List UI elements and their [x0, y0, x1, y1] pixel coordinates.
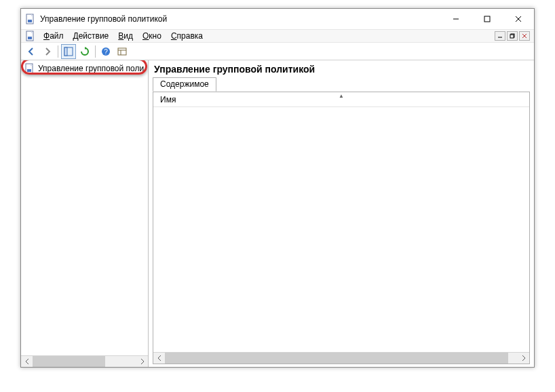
tree-pane: Управление групповой поли	[21, 60, 149, 367]
scroll-thumb[interactable]	[165, 353, 508, 364]
content-h-scrollbar[interactable]	[153, 352, 529, 364]
window-list-button[interactable]	[115, 44, 130, 59]
menu-help[interactable]: Справка	[166, 31, 208, 41]
menu-file[interactable]: Файл	[39, 31, 69, 41]
menubar: Файл Действие Вид Окно Справка	[21, 29, 534, 43]
mdi-restore-button[interactable]	[507, 31, 518, 41]
nav-back-button[interactable]	[24, 44, 39, 59]
svg-rect-21	[27, 69, 31, 72]
content-box: Имя ▲	[153, 92, 530, 364]
content-pane: Управление групповой политикой Содержимо…	[149, 60, 534, 367]
close-button[interactable]	[503, 9, 534, 29]
scroll-thumb[interactable]	[33, 356, 105, 367]
svg-rect-17	[118, 48, 126, 55]
show-hide-tree-button[interactable]	[61, 44, 76, 59]
svg-rect-14	[64, 47, 67, 56]
scroll-right-button[interactable]	[518, 353, 529, 364]
tree-h-scrollbar[interactable]	[21, 355, 148, 367]
app-icon	[25, 14, 36, 24]
svg-rect-1	[28, 20, 32, 22]
gpmc-root-icon	[24, 63, 35, 74]
help-button[interactable]: ?	[98, 44, 113, 59]
svg-text:?: ?	[104, 48, 108, 56]
column-name-label: Имя	[153, 95, 176, 104]
menu-action[interactable]: Действие	[69, 31, 114, 41]
mdi-close-button[interactable]	[519, 31, 530, 41]
toolbar-separator	[95, 45, 96, 58]
sort-ascending-icon: ▲	[339, 93, 344, 99]
minimize-button[interactable]	[440, 9, 472, 29]
tree-root-label: Управление групповой поли	[38, 64, 144, 73]
scroll-right-button[interactable]	[136, 356, 148, 367]
toolbar: ?	[21, 43, 534, 60]
content-title: Управление групповой политикой	[153, 62, 530, 77]
maximize-button[interactable]	[472, 9, 503, 29]
mdi-controls	[495, 31, 530, 41]
scroll-left-button[interactable]	[21, 356, 33, 367]
svg-rect-10	[510, 35, 514, 38]
app-window: Управление групповой политикой Файл Дейс…	[20, 8, 535, 368]
svg-rect-3	[484, 16, 490, 22]
mdi-icon	[25, 31, 36, 41]
scroll-track[interactable]	[33, 356, 136, 367]
nav-forward-button[interactable]	[40, 44, 55, 59]
list-area[interactable]	[153, 107, 529, 352]
tree-root-item[interactable]: Управление групповой поли	[22, 62, 147, 75]
refresh-button[interactable]	[77, 44, 92, 59]
menu-window[interactable]: Окно	[138, 31, 166, 41]
titlebar: Управление групповой политикой	[21, 9, 534, 29]
svg-rect-7	[28, 37, 32, 39]
tree-body[interactable]: Управление групповой поли	[21, 60, 148, 355]
tabstrip: Содержимое	[153, 77, 530, 92]
toolbar-separator	[58, 45, 58, 58]
mdi-minimize-button[interactable]	[495, 31, 505, 41]
menu-view[interactable]: Вид	[113, 31, 138, 41]
client-area: Управление групповой поли Управление гру…	[21, 60, 534, 367]
tab-contents[interactable]: Содержимое	[153, 77, 216, 92]
window-controls	[440, 9, 534, 29]
scroll-left-button[interactable]	[153, 353, 165, 364]
column-header[interactable]: Имя ▲	[153, 92, 529, 107]
window-title: Управление групповой политикой	[40, 14, 440, 24]
scroll-track[interactable]	[165, 353, 518, 364]
